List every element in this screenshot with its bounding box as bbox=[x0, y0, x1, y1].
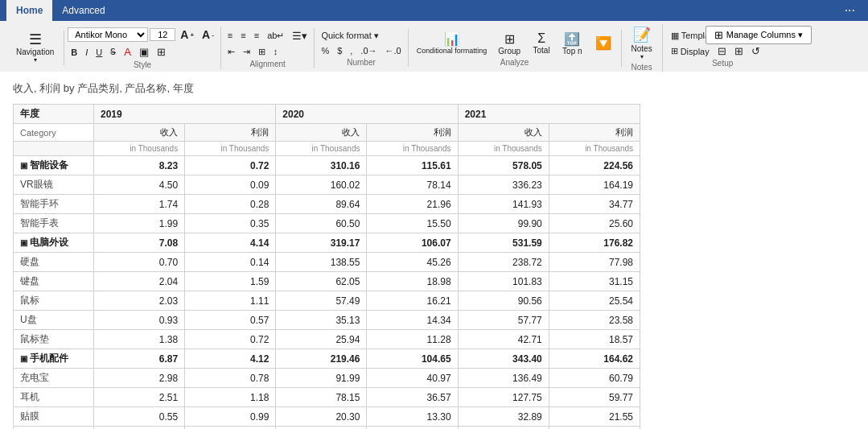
total-cell-0-3: 115.61 bbox=[367, 156, 458, 175]
manage-columns-button[interactable]: ⊞ Manage Columns ▾ bbox=[706, 26, 812, 44]
total-cell-2-0: 6.87 bbox=[94, 349, 185, 369]
font-family-select[interactable]: Antikor Mono bbox=[68, 27, 148, 42]
total-cell-2-1: 4.12 bbox=[185, 349, 276, 369]
indent-left-button[interactable]: ⇤ bbox=[224, 45, 238, 59]
total-cell-0-5: 224.56 bbox=[549, 156, 640, 175]
item-row-1-1: 键盘 bbox=[14, 272, 94, 291]
total-cell-1-2: 319.17 bbox=[276, 233, 367, 253]
sub-header-5: in Thousands bbox=[549, 142, 640, 156]
alignment-label: Alignment bbox=[224, 60, 311, 68]
filter-button[interactable]: 🔽 bbox=[589, 34, 618, 52]
item-row-2-1: 耳机 bbox=[14, 388, 94, 407]
borders-button[interactable]: ⊞ bbox=[154, 44, 169, 60]
align-right-button[interactable]: ≡ bbox=[251, 29, 262, 42]
item-row-2-3: 手机壳 bbox=[14, 427, 94, 430]
item-cell-2-2-1: 0.99 bbox=[185, 407, 276, 427]
list-button[interactable]: ☰▾ bbox=[289, 28, 311, 43]
item-cell-2-1-2: 78.15 bbox=[276, 388, 367, 407]
analyze-label: Analyze bbox=[412, 58, 618, 67]
dollar-button[interactable]: $ bbox=[334, 44, 345, 57]
item-cell-0-1-2: 89.64 bbox=[276, 195, 367, 214]
item-cell-2-0-0: 2.98 bbox=[94, 369, 185, 388]
sub-header-0: in Thousands bbox=[94, 142, 185, 156]
align-left-button[interactable]: ≡ bbox=[224, 29, 236, 42]
item-cell-1-1-3: 18.98 bbox=[367, 272, 458, 291]
font-shrink-button[interactable]: A- bbox=[199, 27, 217, 43]
category-row-2: ▣手机配件 bbox=[14, 349, 94, 369]
item-cell-1-0-4: 238.72 bbox=[458, 253, 549, 272]
topn-icon: 🔝 bbox=[564, 31, 580, 47]
item-cell-2-2-4: 32.89 bbox=[458, 407, 549, 427]
quick-format-button[interactable]: Quick format ▾ bbox=[318, 29, 381, 43]
layout-btn1[interactable]: ⊟ bbox=[714, 44, 730, 58]
notes-button[interactable]: 📝 Notes ▾ bbox=[627, 24, 657, 62]
strikethrough-button[interactable]: S̶ bbox=[107, 45, 119, 59]
topn-button[interactable]: 🔝 Top n bbox=[557, 30, 586, 57]
item-row-1-0: 硬盘 bbox=[14, 253, 94, 272]
underline-button[interactable]: U bbox=[93, 46, 105, 59]
layout-btn3[interactable]: ↺ bbox=[748, 44, 763, 58]
sub-header-1: in Thousands bbox=[185, 142, 276, 156]
item-cell-1-2-2: 57.49 bbox=[276, 291, 367, 311]
text-direction-button[interactable]: ↕ bbox=[270, 45, 282, 58]
conditional-formatting-button[interactable]: 📊 Conditional formatting bbox=[412, 30, 492, 56]
item-cell-1-3-3: 14.34 bbox=[367, 311, 458, 330]
item-cell-2-0-1: 0.78 bbox=[185, 369, 276, 388]
display-button[interactable]: ⊞ Display bbox=[668, 45, 713, 57]
year-column-header: 年度 bbox=[14, 105, 94, 124]
item-cell-1-0-0: 0.70 bbox=[94, 253, 185, 272]
total-cell-0-4: 578.05 bbox=[458, 156, 549, 175]
total-cell-1-5: 176.82 bbox=[549, 233, 640, 253]
total-button[interactable]: Σ Total bbox=[527, 30, 556, 56]
font-size-input[interactable] bbox=[150, 28, 175, 41]
indent-right-button[interactable]: ⇥ bbox=[240, 45, 253, 59]
total-cell-1-1: 4.14 bbox=[185, 233, 276, 253]
item-cell-1-0-1: 0.14 bbox=[185, 253, 276, 272]
col-header-profit-2021: 利润 bbox=[549, 124, 640, 142]
item-cell-0-0-2: 160.02 bbox=[276, 175, 367, 195]
category-row-1: ▣电脑外设 bbox=[14, 233, 94, 253]
separator-button[interactable]: , bbox=[347, 44, 356, 57]
item-cell-0-0-3: 78.14 bbox=[367, 175, 458, 195]
highlight-button[interactable]: ▣ bbox=[136, 44, 152, 60]
percent-button[interactable]: % bbox=[318, 44, 332, 57]
tab-home[interactable]: Home bbox=[6, 0, 52, 21]
bold-button[interactable]: B bbox=[68, 46, 80, 59]
item-cell-1-0-2: 138.55 bbox=[276, 253, 367, 272]
decrease-decimal-button[interactable]: .0→ bbox=[357, 44, 380, 57]
item-cell-2-3-2: 18.38 bbox=[276, 427, 367, 430]
total-cell-1-0: 7.08 bbox=[94, 233, 185, 253]
item-cell-0-2-1: 0.35 bbox=[185, 214, 276, 233]
year-2020-header: 2020 bbox=[276, 105, 458, 124]
align-center-button[interactable]: ≡ bbox=[237, 29, 249, 42]
filter-icon: 🔽 bbox=[595, 35, 611, 51]
item-cell-1-1-5: 31.15 bbox=[549, 272, 640, 291]
item-cell-0-0-4: 336.23 bbox=[458, 175, 549, 195]
item-cell-0-2-2: 60.50 bbox=[276, 214, 367, 233]
navigation-button[interactable]: ☰ Navigation ▾ bbox=[11, 31, 59, 65]
item-cell-0-0-1: 0.09 bbox=[185, 175, 276, 195]
item-cell-1-3-5: 23.58 bbox=[549, 311, 640, 330]
merge-button[interactable]: ⊞ bbox=[255, 45, 269, 59]
group-button[interactable]: ⊞ Group bbox=[493, 30, 525, 57]
item-cell-0-1-1: 0.28 bbox=[185, 195, 276, 214]
item-row-1-4: 鼠标垫 bbox=[14, 330, 94, 349]
more-options-icon[interactable]: ··· bbox=[838, 3, 862, 18]
italic-button[interactable]: I bbox=[82, 46, 91, 59]
item-cell-1-3-0: 0.93 bbox=[94, 311, 185, 330]
item-cell-1-4-1: 0.72 bbox=[185, 330, 276, 349]
total-cell-1-3: 106.07 bbox=[367, 233, 458, 253]
font-color-button[interactable]: A bbox=[121, 44, 134, 60]
font-grow-button[interactable]: A+ bbox=[177, 27, 197, 43]
layout-btn2[interactable]: ⊞ bbox=[731, 44, 747, 58]
tab-advanced[interactable]: Advanced bbox=[52, 2, 114, 19]
increase-decimal-button[interactable]: ←.0 bbox=[382, 44, 405, 57]
templates-icon: ▦ bbox=[671, 31, 679, 41]
year-2019-header: 2019 bbox=[94, 105, 276, 124]
item-cell-1-4-4: 42.71 bbox=[458, 330, 549, 349]
col-header-revenue-2019: 收入 bbox=[94, 124, 185, 142]
item-cell-2-1-0: 2.51 bbox=[94, 388, 185, 407]
wrap-text-button[interactable]: ab↵ bbox=[264, 29, 287, 43]
item-cell-2-0-5: 60.79 bbox=[549, 369, 640, 388]
category-header: Category bbox=[14, 124, 94, 142]
